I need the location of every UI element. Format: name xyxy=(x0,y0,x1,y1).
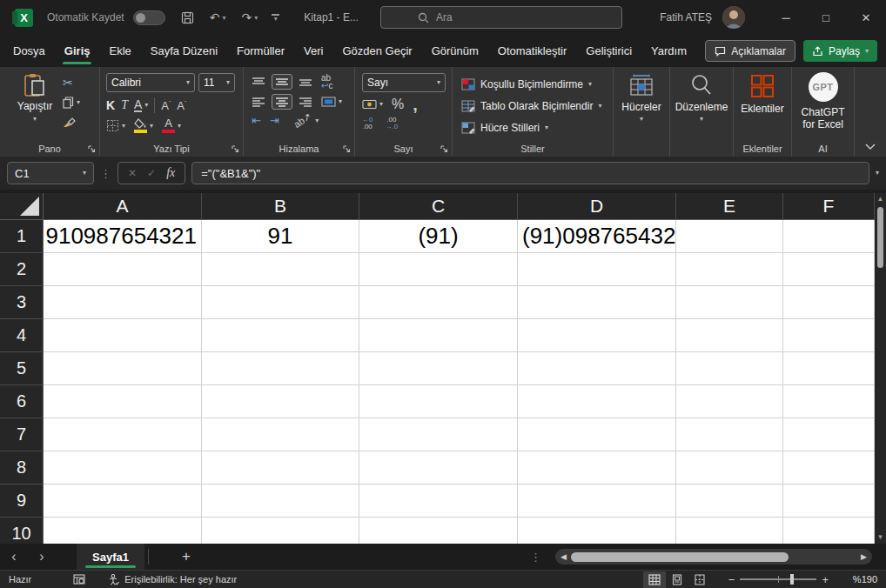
zoom-slider-thumb[interactable] xyxy=(790,574,794,585)
ribbon-tab-veri[interactable]: Veri xyxy=(294,35,332,67)
cell-D7[interactable] xyxy=(518,418,676,451)
wrap-text-button[interactable]: ab↩c xyxy=(319,72,335,91)
cell-B10[interactable] xyxy=(202,518,359,544)
cell-F3[interactable] xyxy=(783,286,875,319)
cell-A7[interactable] xyxy=(44,418,202,451)
cell-C3[interactable] xyxy=(359,286,518,319)
font-name-combo[interactable]: Calibri▾ xyxy=(106,73,195,92)
ribbon-tab-dosya[interactable]: Dosya xyxy=(3,35,55,67)
increase-indent-button[interactable]: ⇥ xyxy=(267,112,282,129)
cell-A8[interactable] xyxy=(44,451,202,484)
ribbon-tab-formüller[interactable]: Formüller xyxy=(227,35,294,67)
number-format-combo[interactable]: Sayı▾ xyxy=(362,73,446,92)
cell-B7[interactable] xyxy=(202,418,359,451)
cell-E8[interactable] xyxy=(676,451,783,484)
page-break-preview-button[interactable] xyxy=(688,571,711,588)
format-as-table-button[interactable]: Tablo Olarak Biçimlendir ▾ xyxy=(461,95,613,117)
percent-style-button[interactable]: % xyxy=(392,97,404,112)
font-size-combo[interactable]: 11▾ xyxy=(198,73,235,92)
grow-font-button[interactable]: Aˆ xyxy=(161,99,171,112)
zoom-in-button[interactable]: + xyxy=(816,573,834,586)
search-input[interactable]: Ara xyxy=(380,6,622,29)
cell-D1[interactable]: (91)0987654321 xyxy=(518,220,676,253)
cell-C8[interactable] xyxy=(359,451,518,484)
column-header-B[interactable]: B xyxy=(202,193,359,220)
cell-C7[interactable] xyxy=(359,418,518,451)
row-header-3[interactable]: 3 xyxy=(0,286,44,319)
cell-B2[interactable] xyxy=(202,253,359,286)
cell-E6[interactable] xyxy=(676,385,783,418)
cell-A4[interactable] xyxy=(44,319,202,352)
align-middle-button[interactable] xyxy=(272,74,292,90)
row-header-2[interactable]: 2 xyxy=(0,253,44,286)
normal-view-button[interactable] xyxy=(643,571,666,588)
cell-A10[interactable] xyxy=(44,518,202,544)
cell-D3[interactable] xyxy=(518,286,676,319)
prev-sheet-button[interactable]: ‹ xyxy=(0,549,28,565)
scroll-right-icon[interactable]: ▶ xyxy=(861,552,867,561)
zoom-slider[interactable] xyxy=(740,578,816,580)
row-header-9[interactable]: 9 xyxy=(0,484,44,518)
cell-F9[interactable] xyxy=(783,484,875,518)
expand-formula-bar-button[interactable]: ▾ xyxy=(876,170,879,177)
cancel-formula-button[interactable]: ✕ xyxy=(128,167,137,179)
cell-F7[interactable] xyxy=(783,418,875,451)
comma-style-button[interactable]: , xyxy=(413,100,418,109)
cell-C10[interactable] xyxy=(359,518,518,544)
ribbon-tab-geliştirici[interactable]: Geliştirici xyxy=(576,35,641,67)
tab-bar-splitter[interactable]: ⋮ xyxy=(530,551,541,564)
alignment-dialog-launcher[interactable] xyxy=(343,145,351,153)
orientation-button[interactable]: ab↗ ▾ xyxy=(291,113,321,128)
maximize-button[interactable]: □ xyxy=(806,0,846,35)
cells-button[interactable]: Hücreler ▾ xyxy=(614,67,669,157)
borders-button[interactable]: ▾ xyxy=(106,119,125,132)
cell-C2[interactable] xyxy=(359,253,518,286)
bold-button[interactable]: K xyxy=(106,98,115,112)
cell-E10[interactable] xyxy=(676,518,783,544)
row-header-6[interactable]: 6 xyxy=(0,385,44,418)
cut-button[interactable]: ✂ xyxy=(63,76,80,90)
redo-button[interactable]: ↷▾ xyxy=(241,10,258,24)
horizontal-scroll-thumb[interactable] xyxy=(571,552,789,562)
cell-E2[interactable] xyxy=(676,253,783,286)
editing-button[interactable]: Düzenleme ▾ xyxy=(670,67,733,157)
align-right-button[interactable] xyxy=(296,95,315,109)
clipboard-dialog-launcher[interactable] xyxy=(88,145,96,153)
cell-B4[interactable] xyxy=(202,319,359,352)
cell-C1[interactable]: (91) xyxy=(359,220,518,253)
insert-function-button[interactable]: fx xyxy=(166,166,175,180)
cell-A2[interactable] xyxy=(44,253,202,286)
add-sheet-button[interactable]: + xyxy=(182,548,191,565)
comments-button[interactable]: Açıklamalar xyxy=(705,40,795,62)
cell-B6[interactable] xyxy=(202,385,359,418)
name-box[interactable]: C1 ▾ xyxy=(7,162,94,184)
cell-F6[interactable] xyxy=(783,385,875,418)
zoom-level[interactable]: %190 xyxy=(844,574,877,585)
underline-button[interactable]: A ▾ xyxy=(134,98,148,112)
ribbon-tab-sayfa-düzeni[interactable]: Sayfa Düzeni xyxy=(141,35,227,67)
enter-formula-button[interactable]: ✓ xyxy=(147,167,156,179)
page-layout-view-button[interactable] xyxy=(666,571,688,588)
scroll-down-icon[interactable]: ▼ xyxy=(877,533,884,542)
increase-decimal-button[interactable]: ←0 .00 xyxy=(362,117,373,130)
customize-toolbar-button[interactable]: ▾ xyxy=(272,14,279,21)
cell-F1[interactable] xyxy=(783,220,875,253)
cell-F10[interactable] xyxy=(783,518,875,544)
cell-C4[interactable] xyxy=(359,319,518,352)
accessibility-status[interactable]: Erişilebilirlik: Her şey hazır xyxy=(108,574,237,585)
cell-B8[interactable] xyxy=(202,451,359,484)
sheet-tab-sayfa1[interactable]: Sayfa1 xyxy=(77,544,144,570)
cell-E7[interactable] xyxy=(676,418,783,451)
decrease-indent-button[interactable]: ⇤ xyxy=(249,112,264,129)
row-header-5[interactable]: 5 xyxy=(0,352,44,385)
cell-D8[interactable] xyxy=(518,451,676,484)
align-center-button[interactable] xyxy=(272,94,292,110)
cell-F2[interactable] xyxy=(783,253,875,286)
cell-E3[interactable] xyxy=(676,286,783,319)
row-header-7[interactable]: 7 xyxy=(0,418,44,451)
row-header-4[interactable]: 4 xyxy=(0,319,44,352)
cell-E9[interactable] xyxy=(676,484,783,518)
scroll-up-icon[interactable]: ▲ xyxy=(877,195,884,204)
cell-C9[interactable] xyxy=(359,484,518,518)
ribbon-tab-yardım[interactable]: Yardım xyxy=(641,35,696,67)
